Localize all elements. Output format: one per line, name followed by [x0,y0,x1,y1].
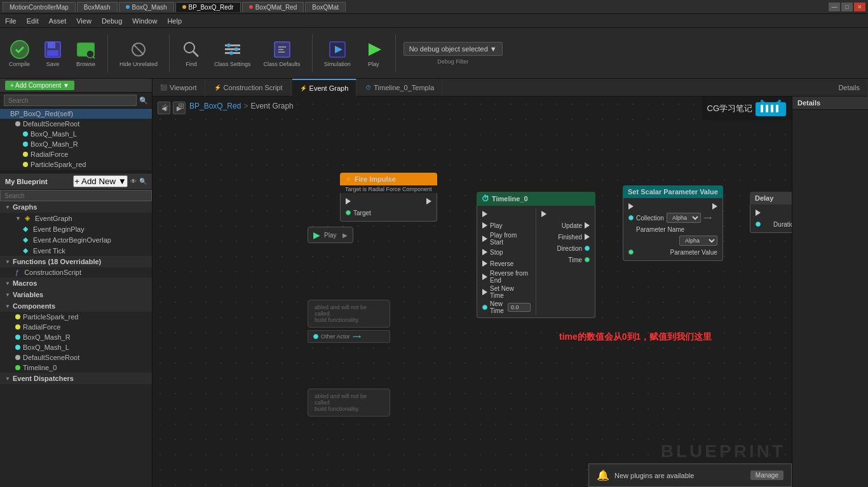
tab-event-graph[interactable]: ⚡ Event Graph [292,79,357,97]
menu-edit[interactable]: Edit [27,17,39,25]
tree-item-radial-force[interactable]: RadialForce [0,149,152,159]
eye-icon[interactable]: 👁 [130,178,137,185]
graphs-section[interactable]: Graphs [0,201,152,213]
class-settings-button[interactable]: Class Settings [210,37,255,70]
delay-duration-pin[interactable] [756,222,761,227]
tl-setnew-pin[interactable] [482,289,487,295]
event-graph-item[interactable]: ▼ ◈ EventGraph [0,213,152,223]
breadcrumb-root[interactable]: BP_BoxQ_Red [189,102,241,110]
play-button[interactable]: Play [360,37,388,70]
tl-exec-out-pin[interactable] [541,211,546,217]
simulation-button[interactable]: Simulation [320,37,355,70]
class-defaults-button[interactable]: Class Defaults [260,37,304,70]
tab-boxq-mash[interactable]: BoxQ_Mash [119,2,174,12]
var-boxq-l[interactable]: BoxQ_Mash_L [0,342,152,352]
ss-collection-pin[interactable] [628,215,634,220]
var-boxq-r[interactable]: BoxQ_Mash_R [0,332,152,342]
event-graph-canvas[interactable]: ◀ ▶ ⊞ BP_BoxQ_Red > Event Graph ☆ Zoom 1… [153,97,792,487]
tl-newtime-pin[interactable] [482,305,487,310]
tree-item-default-scene-root[interactable]: DefaultSceneRoot [0,119,152,129]
browse-button[interactable]: Browse [72,37,100,70]
tree-item-boxq-mash-l[interactable]: BoxQ_Mash_L [0,129,152,139]
exec-pin-out[interactable]: ▶ [342,232,348,239]
var-particle[interactable]: ParticleSpark_red [0,312,152,322]
tl-dir-pin[interactable] [585,246,590,251]
var-default-root[interactable]: DefaultSceneRoot [0,352,152,363]
tab-boxmash[interactable]: BoxMash [77,2,118,12]
bookmark-icon[interactable]: ☆ [161,102,170,112]
notif-action-button[interactable]: Manage [750,470,783,480]
svg-point-16 [229,51,233,55]
tab-details[interactable]: Details [831,79,868,97]
tab-boxqmat[interactable]: BoxQMat [305,2,346,12]
other-actor-pin[interactable] [313,334,318,339]
hide-unrelated-button[interactable]: Hide Unrelated [116,37,161,70]
construction-script-item[interactable]: ƒ ConstructionScript [0,267,152,277]
fire-exec-in-pin[interactable] [346,198,351,204]
menu-asset[interactable]: Asset [49,17,67,25]
minimize-button[interactable]: — [829,3,840,11]
tab-construction[interactable]: ⚡ Construction Script [207,79,291,97]
menu-file[interactable]: File [5,17,17,25]
fire-target-pin[interactable] [346,210,351,215]
ss-exec-in[interactable] [628,203,634,210]
delay-title: Delay [755,194,773,202]
tab-boxqmat-red[interactable]: BoxQMat_Red [242,2,304,12]
search-icon2[interactable]: 🔍 [139,178,147,185]
self-item[interactable]: BP_BoxQ_Red(self) [0,109,152,119]
delay-exec-in[interactable] [756,210,761,216]
add-new-button[interactable]: + Add New ▼ [73,175,128,187]
tl-revend-pin[interactable] [482,274,487,280]
var-radial[interactable]: RadialForce [0,322,152,332]
search-icon[interactable]: 🔍 [139,97,148,105]
ss-param-dropdown[interactable]: Alpha [679,236,717,246]
tl-play-pin[interactable] [482,222,487,229]
tab-motion-controller[interactable]: MotionControllerMap [3,2,76,12]
item-label: ParticleSpark_red [23,313,78,321]
event-tick[interactable]: ◆ Event Tick [0,245,152,256]
components-section2[interactable]: Components [0,300,152,312]
tab-bp-boxq[interactable]: BP_BoxQ_Redr [175,2,241,12]
exec-pin-in[interactable]: ▶ [313,230,320,240]
tl-finished-pin[interactable] [585,234,590,240]
menu-help[interactable]: Help [167,17,182,25]
tl-newtime-input[interactable] [508,303,531,312]
debug-filter-button[interactable]: No debug object selected ▼ [403,42,503,56]
compile-button[interactable]: Compile [5,37,34,70]
tree-item-boxq-mash-r[interactable]: BoxQ_Mash_R [0,139,152,149]
tab-viewport[interactable]: ⬛ Viewport [153,79,205,97]
ss-paramvalue-pin[interactable] [628,250,634,255]
menu-window[interactable]: Window [132,17,157,25]
event-beginplay[interactable]: ◆ Event BeginPlay [0,223,152,234]
collection-arrow-icon[interactable]: ⟿ [703,215,712,221]
tl-update-pin[interactable] [585,222,590,229]
tl-pfs-pin[interactable] [482,236,487,242]
tl-exec-in-pin[interactable] [482,211,487,217]
save-button[interactable]: Save [39,37,67,70]
blueprint-search[interactable] [0,190,152,201]
tl-rev-pin[interactable] [482,260,487,267]
tl-update-label: Update [544,222,582,229]
event-dispatchers-section[interactable]: Event Dispatchers [0,373,152,384]
fire-exec-out-pin[interactable] [426,198,431,204]
ss-collection-dropdown[interactable]: Alpha [667,213,701,223]
close-button[interactable]: ✕ [854,3,865,11]
tl-stop-pin[interactable] [482,249,487,255]
node-fire-title: Fire Impulse [355,175,396,183]
macros-section[interactable]: Macros [0,277,152,289]
tree-item-particle-spark[interactable]: ParticleSpark_red [0,159,152,170]
tab-timeline[interactable]: ⏱ Timeline_0_Templa [358,79,442,97]
functions-section[interactable]: Functions (18 Overridable) [0,256,152,267]
event-actoroverlap[interactable]: ◆ Event ActorBeginOverlap [0,234,152,245]
find-button[interactable]: Find [177,37,205,70]
tl-time-pin[interactable] [585,257,590,262]
components-search[interactable] [4,95,137,106]
tl-dir-label: Direction [544,245,582,252]
menu-view[interactable]: View [76,17,92,25]
add-component-button[interactable]: + Add Component ▼ [5,81,74,90]
maximize-button[interactable]: □ [841,3,853,11]
variables-section[interactable]: Variables [0,289,152,300]
var-timeline[interactable]: Timeline_0 [0,363,152,373]
menu-debug[interactable]: Debug [102,17,122,25]
ss-exec-out[interactable] [712,203,717,210]
